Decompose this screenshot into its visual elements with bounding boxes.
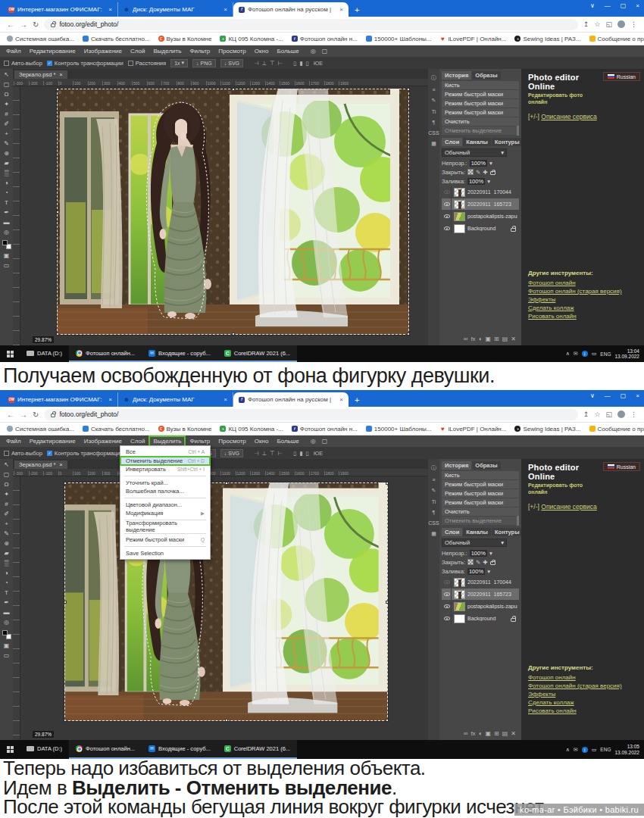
marquee-select-tool[interactable]: ▢ bbox=[4, 471, 10, 478]
bookmark-item[interactable]: Сообщение о про... bbox=[589, 36, 644, 42]
transform-controls-checkbox[interactable]: ✓ bbox=[47, 61, 52, 66]
menu-item[interactable]: Выделить bbox=[150, 47, 184, 56]
new-layer-icon[interactable]: ▤ bbox=[502, 336, 508, 342]
gradient-tool[interactable]: ▒ bbox=[5, 170, 9, 176]
screen-mode-icon[interactable]: ▭ bbox=[4, 652, 10, 659]
tab-history[interactable]: История bbox=[442, 71, 471, 80]
link-layers-icon[interactable]: ∞ bbox=[464, 336, 468, 342]
tray-mail-icon[interactable]: ✉ bbox=[574, 747, 578, 753]
layer-row[interactable]: 20220911_165723 bbox=[442, 198, 519, 210]
bookmark-item[interactable]: С Вузы в Коломне bbox=[158, 426, 212, 432]
bookmark-item[interactable]: Системная ошибка... bbox=[7, 426, 74, 432]
tab-close-icon[interactable]: × bbox=[339, 6, 343, 13]
taskbar-app-button[interactable]: Входящие - соруб... bbox=[142, 740, 217, 759]
menu-item[interactable]: Редактирование bbox=[27, 47, 79, 56]
paragraph-panel-icon[interactable]: ¶ bbox=[433, 120, 436, 125]
info-panel-icon[interactable]: ⓘ bbox=[431, 74, 436, 82]
link-layers-icon[interactable]: ∞ bbox=[464, 730, 468, 737]
promo-link[interactable]: Сделать коллаж bbox=[528, 304, 637, 312]
gradient-tool[interactable]: ▒ bbox=[5, 560, 9, 567]
export-png-button[interactable]: ↓PNG bbox=[192, 59, 216, 67]
marquee-select-tool[interactable]: ▢ bbox=[4, 81, 10, 88]
bookmark-item[interactable]: + Sewing Ideas | РАЗ... bbox=[514, 36, 580, 42]
scale-select[interactable]: 1x▾ bbox=[170, 59, 188, 67]
taskbar-app-button[interactable]: Фотошоп онлайн... bbox=[69, 740, 142, 759]
fill-value[interactable]: 100% bbox=[467, 568, 485, 575]
canvas-area[interactable]: 29.87% bbox=[13, 476, 428, 740]
canvas-area[interactable]: 29.87% bbox=[13, 86, 428, 345]
new-tab-button[interactable]: + bbox=[355, 5, 359, 14]
forward-icon[interactable]: → bbox=[20, 20, 27, 29]
menu-item[interactable]: Больше bbox=[274, 47, 302, 56]
dropdown-menu-item[interactable]: Инвертировать Shift+Ctrl + I bbox=[120, 465, 210, 474]
tab-paths[interactable]: Контуры bbox=[492, 138, 523, 146]
adjustments-panel-icon[interactable]: ≡ bbox=[432, 87, 435, 92]
layer-row[interactable]: 20220911_170044 bbox=[442, 576, 519, 588]
color-swatches[interactable] bbox=[2, 630, 11, 639]
bookmark-item[interactable]: + КЦ 095 Коломна -... bbox=[220, 36, 283, 42]
tab-groups-icon[interactable]: ◱ bbox=[605, 20, 612, 28]
tab-close-icon[interactable]: × bbox=[108, 6, 112, 13]
menu-item[interactable]: Редактирование bbox=[27, 437, 79, 446]
layer-arrange-icon[interactable]: ▯ bbox=[293, 450, 296, 457]
layer-visibility-toggle[interactable] bbox=[443, 198, 452, 210]
tab-close-icon[interactable]: × bbox=[224, 396, 227, 403]
export-svg-button[interactable]: ↓SVG bbox=[220, 449, 243, 457]
layer-arrange-icon[interactable]: ▯ bbox=[305, 60, 308, 67]
blend-mode-select[interactable]: Обычный▾ bbox=[442, 148, 507, 157]
dropdown-menu-item[interactable] bbox=[124, 498, 206, 498]
tab-groups-icon[interactable]: ◱ bbox=[605, 411, 612, 418]
foreground-color[interactable] bbox=[2, 240, 8, 245]
crop-tool[interactable]: # bbox=[5, 501, 8, 507]
history-step[interactable]: Режим быстрой маски bbox=[442, 480, 519, 489]
align-icon[interactable]: ⊢ bbox=[278, 450, 283, 457]
quick-mask-icon[interactable]: ▣ bbox=[4, 252, 10, 259]
window-maximize-icon[interactable]: ▢ bbox=[621, 392, 627, 399]
bookmark-item[interactable]: 150000+ Шаблоны... bbox=[366, 36, 432, 42]
color-swatches[interactable] bbox=[2, 240, 11, 249]
transform-handle[interactable] bbox=[407, 333, 409, 335]
brush-tool[interactable]: ✎ bbox=[4, 530, 9, 537]
css-panel-icon[interactable]: CSS bbox=[428, 130, 439, 136]
layer-visibility-toggle[interactable] bbox=[443, 601, 452, 612]
screen-mode-icon[interactable]: ▭ bbox=[4, 262, 10, 269]
tray-network-icon[interactable]: ▭ bbox=[592, 351, 597, 357]
browser-tab[interactable]: ☻ Диск: Документы МАГ × bbox=[118, 392, 233, 407]
tab-channels[interactable]: Каналы bbox=[463, 138, 491, 146]
tab-history[interactable]: История bbox=[442, 461, 471, 470]
history-step[interactable]: Режим быстрой маски bbox=[442, 99, 519, 108]
tray-mail-icon[interactable]: ✉ bbox=[574, 351, 578, 357]
lock-paint-icon[interactable]: ✎ bbox=[476, 169, 480, 176]
align-icon[interactable]: ⊤ bbox=[270, 450, 275, 457]
transform-handle[interactable] bbox=[232, 89, 235, 91]
type-tool[interactable]: T bbox=[5, 589, 8, 596]
window-minimize-icon[interactable]: — bbox=[605, 392, 611, 399]
bookmark-item[interactable]: f Фотошоп онлайн н... bbox=[292, 426, 358, 432]
bookmark-item[interactable]: 150000+ Шаблоны... bbox=[366, 426, 432, 432]
reload-icon[interactable]: ↻ bbox=[33, 411, 39, 419]
profile-avatar[interactable] bbox=[617, 411, 625, 418]
new-layer-icon[interactable]: ▤ bbox=[502, 730, 508, 737]
browser-tab[interactable]: ОМ Интернет-магазин ОФИСМАГ: × bbox=[3, 2, 118, 17]
pen-tool[interactable]: ✒ bbox=[4, 599, 9, 606]
delete-layer-icon[interactable]: ✕ bbox=[511, 730, 516, 737]
move-tool[interactable]: ↖ bbox=[4, 71, 9, 78]
lasso-tool[interactable]: Ω bbox=[5, 481, 9, 488]
layer-visibility-toggle[interactable] bbox=[443, 223, 452, 234]
group-layers-icon[interactable]: ⊞ bbox=[494, 730, 499, 737]
transform-handle[interactable] bbox=[64, 719, 67, 721]
transform-controls-checkbox[interactable]: ✓ bbox=[47, 451, 52, 456]
tray-chevron-icon[interactable]: ∧ bbox=[566, 351, 570, 357]
share-icon[interactable]: ↥ bbox=[583, 20, 589, 28]
tab-paths[interactable]: Контуры bbox=[492, 528, 523, 536]
align-icon[interactable]: ⊣ bbox=[254, 60, 259, 67]
tray-bluetooth-icon[interactable]: ᛒ bbox=[582, 747, 588, 753]
history-step[interactable]: Кисть bbox=[442, 471, 519, 479]
window-minimize-icon[interactable]: — bbox=[605, 2, 611, 9]
fill-value[interactable]: 100% bbox=[467, 178, 485, 185]
address-input[interactable]: fotoo.org/edit_photo/ bbox=[44, 409, 577, 420]
transform-handle[interactable] bbox=[386, 719, 388, 721]
tab-swatches[interactable]: Образы bbox=[472, 461, 500, 470]
tab-channels[interactable]: Каналы bbox=[463, 528, 491, 536]
bookmark-item[interactable]: Скачать бесплатно... bbox=[83, 36, 150, 42]
